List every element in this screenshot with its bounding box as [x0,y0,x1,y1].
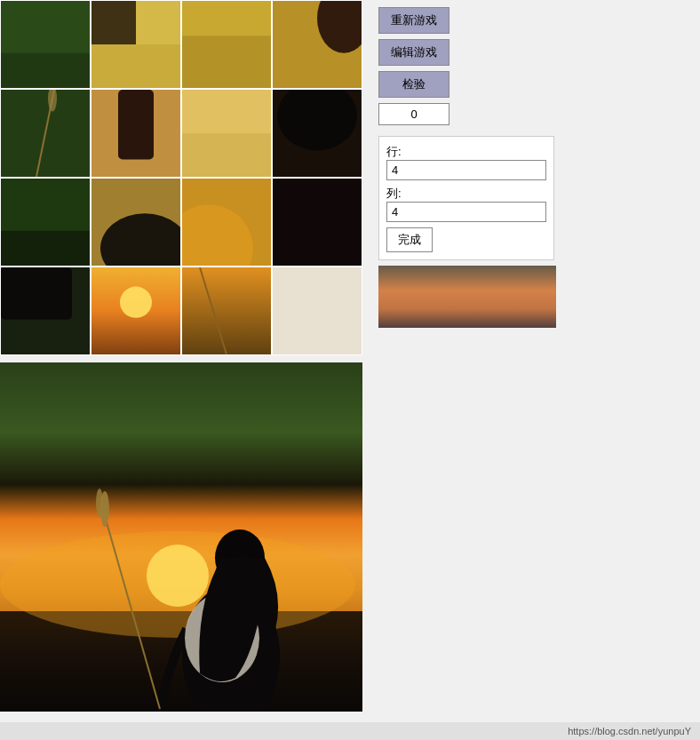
control-panel: 重新游戏 编辑游戏 检验 0 行: 列: 完成 [371,0,647,335]
verify-button[interactable]: 检验 [378,71,449,98]
verify-button-row: 检验 [378,71,640,98]
done-button[interactable]: 完成 [386,227,433,252]
puzzle-area [0,0,362,355]
svg-point-28 [120,287,152,318]
move-count: 0 [378,103,449,125]
restart-button-row: 重新游戏 [378,7,640,34]
svg-rect-3 [91,44,180,88]
svg-point-40 [96,489,103,517]
edit-button-row: 编辑游戏 [378,39,640,66]
svg-point-35 [147,545,209,607]
puzzle-cell-3-3[interactable] [272,267,362,355]
puzzle-grid[interactable] [0,0,362,355]
row-label-container: 行: [386,144,546,160]
puzzle-cell-1-0[interactable] [0,89,91,178]
row-label: 行: [386,145,402,158]
puzzle-cell-1-2[interactable] [181,89,272,178]
puzzle-cell-2-1[interactable] [91,178,181,267]
svg-rect-43 [378,266,556,328]
svg-rect-24 [273,179,362,266]
puzzle-cell-0-3[interactable] [272,0,362,89]
puzzle-cell-0-0[interactable] [0,0,91,89]
svg-rect-4 [91,1,136,44]
svg-rect-6 [182,36,271,88]
puzzle-cell-3-2[interactable] [181,267,272,355]
col-label: 列: [386,187,402,200]
col-label-container: 列: [386,186,546,202]
svg-rect-31 [273,267,362,354]
url-text: https://blog.csdn.net/yunpuY [568,726,691,736]
puzzle-cell-0-1[interactable] [91,0,181,89]
settings-box: 行: 列: 完成 [378,136,554,260]
count-badge-row: 0 [378,103,640,125]
svg-rect-15 [182,133,271,177]
col-input[interactable] [386,202,546,222]
svg-rect-19 [1,231,90,266]
puzzle-cell-2-2[interactable] [181,178,272,267]
original-image [0,362,362,712]
preview-box [378,266,556,328]
svg-rect-1 [1,53,90,88]
puzzle-cell-2-3[interactable] [272,178,362,267]
puzzle-cell-3-1[interactable] [91,267,181,355]
svg-rect-29 [182,267,271,354]
puzzle-cell-1-3[interactable] [272,89,362,178]
puzzle-cell-3-0[interactable] [0,267,91,355]
svg-rect-13 [118,90,154,159]
status-bar: https://blog.csdn.net/yunpuY [0,722,700,740]
edit-button[interactable]: 编辑游戏 [378,39,449,66]
row-input[interactable] [386,160,546,180]
puzzle-cell-1-1[interactable] [91,89,181,178]
svg-rect-26 [1,267,72,320]
restart-button[interactable]: 重新游戏 [378,7,449,34]
puzzle-cell-0-2[interactable] [181,0,272,89]
puzzle-cell-2-0[interactable] [0,178,91,267]
